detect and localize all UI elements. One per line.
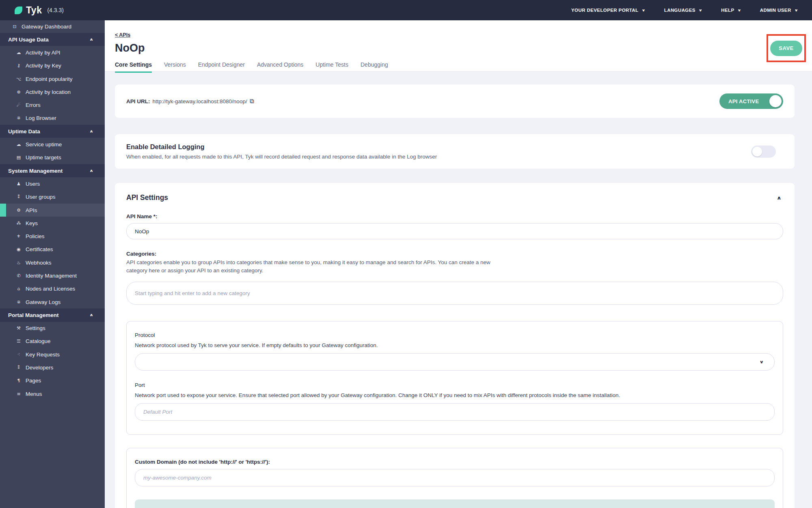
api-settings-card: API Settings ∧ API Name *: Categories: A…: [115, 183, 795, 508]
port-input[interactable]: [135, 403, 775, 421]
sidebar-section-system-management[interactable]: System Management ∧: [0, 164, 105, 177]
bug-icon: ※: [15, 300, 22, 305]
sidebar: ⊡ Gateway Dashboard API Usage Data ∧ ☁ A…: [0, 20, 105, 508]
sidebar-item-portal-settings[interactable]: ⚒ Settings: [0, 322, 105, 335]
api-active-toggle[interactable]: API ACTIVE: [719, 93, 783, 109]
chevron-up-icon: ∧: [89, 37, 93, 42]
bomb-icon: ☄: [15, 102, 22, 108]
sidebar-section-portal-management[interactable]: Portal Management ∧: [0, 308, 105, 321]
sidebar-item-nodes-and-licenses[interactable]: ⌂ Nodes and Licenses: [0, 282, 105, 295]
sidebar-item-certificates[interactable]: ◉ Certificates: [0, 243, 105, 256]
user-group-icon: ⁑: [15, 365, 22, 370]
nav-help[interactable]: HELP ∨: [721, 8, 741, 13]
sidebar-item-activity-by-api[interactable]: ☁ Activity by API: [0, 46, 105, 59]
user-icon: ♟: [15, 181, 22, 187]
sidebar-item-apis[interactable]: ⚙ APIs: [0, 204, 105, 217]
tab-versions[interactable]: Versions: [164, 61, 186, 73]
sidebar-item-errors[interactable]: ☄ Errors: [0, 98, 105, 111]
sidebar-item-endpoint-popularity[interactable]: ⌥ Endpoint popularity: [0, 72, 105, 85]
chevron-down-icon: ∨: [759, 359, 766, 364]
save-button[interactable]: SAVE: [770, 41, 802, 56]
sidebar-item-log-browser[interactable]: ※ Log Browser: [0, 112, 105, 125]
globe-icon: ⊕: [15, 89, 22, 95]
chevron-up-icon: ∧: [89, 313, 93, 317]
sidebar-item-user-groups[interactable]: ⁑ User groups: [0, 191, 105, 204]
tab-bar: Core Settings Versions Endpoint Designer…: [115, 61, 812, 73]
copy-icon[interactable]: ⧉: [250, 98, 254, 105]
sidebar-section-uptime-data[interactable]: Uptime Data ∧: [0, 125, 105, 138]
protocol-description: Network protocol used by Tyk to serve yo…: [135, 342, 775, 348]
api-url-card: API URL: http://tyk-gateway.localhost:80…: [115, 85, 795, 118]
custom-domain-input[interactable]: [135, 469, 775, 486]
page-title: NoOp: [115, 42, 812, 54]
sidebar-item-activity-by-location[interactable]: ⊕ Activity by location: [0, 85, 105, 98]
topbar: Tyk (4.3.3) YOUR DEVELOPER PORTAL ∨ LANG…: [0, 0, 812, 20]
custom-domain-label: Custom Domain (do not include 'http://' …: [135, 459, 775, 465]
api-name-input[interactable]: [126, 223, 783, 239]
sidebar-item-identity-management[interactable]: ✆ Identity Management: [0, 269, 105, 282]
protocol-label: Protocol: [135, 332, 775, 338]
sidebar-item-policies[interactable]: ⚜ Policies: [0, 230, 105, 243]
detailed-logging-toggle[interactable]: [751, 145, 776, 158]
sidebar-item-keys[interactable]: ⁂ Keys: [0, 217, 105, 230]
api-url-label: API URL:: [126, 98, 150, 104]
protocol-select[interactable]: ∨: [135, 353, 775, 371]
wrench-icon: ⚒: [15, 326, 22, 331]
main-content: < APIs NoOp Core Settings Versions Endpo…: [105, 20, 812, 508]
sidebar-item-webhooks[interactable]: ♨ Webhooks: [0, 256, 105, 269]
sidebar-item-activity-by-key[interactable]: ⚷ Activity by Key: [0, 59, 105, 72]
tab-advanced-options[interactable]: Advanced Options: [257, 61, 303, 73]
nav-developer-portal[interactable]: YOUR DEVELOPER PORTAL ∨: [571, 8, 646, 13]
version-label: (4.3.3): [47, 7, 63, 13]
chevron-down-icon: ∨: [699, 8, 702, 12]
nav-admin-user[interactable]: ADMIN USER ∨: [760, 8, 798, 13]
domain-info-note: Multiple APIs can share the same domain,…: [135, 499, 775, 508]
categories-input[interactable]: [126, 282, 783, 305]
tab-uptime-tests[interactable]: Uptime Tests: [315, 61, 348, 73]
list-icon: ☰: [15, 339, 22, 344]
paw-icon: ⁖: [15, 352, 22, 357]
chevron-down-icon: ∨: [641, 8, 645, 12]
detailed-logging-card: Enable Detailed Logging When enabled, fo…: [115, 134, 795, 169]
protocol-port-group: Protocol Network protocol used by Tyk to…: [126, 321, 783, 435]
sidebar-item-menus[interactable]: ≡ Menus: [0, 387, 105, 400]
sidebar-item-service-uptime[interactable]: ☁ Service uptime: [0, 138, 105, 151]
sidebar-item-key-requests[interactable]: ⁖ Key Requests: [0, 348, 105, 361]
content-area: API URL: http://tyk-gateway.localhost:80…: [105, 72, 812, 508]
monitor-icon: ⊡: [11, 24, 18, 29]
annotation-highlight-box: SAVE: [767, 34, 806, 62]
bell-icon: ♨: [15, 260, 22, 265]
brand-name: Tyk: [26, 5, 42, 16]
port-description: Network port used to expose your service…: [135, 392, 775, 398]
network-icon: ⁂: [15, 221, 22, 226]
collapse-section-icon[interactable]: ∧: [777, 195, 783, 200]
tab-core-settings[interactable]: Core Settings: [115, 61, 152, 73]
breadcrumb-apis-link[interactable]: < APIs: [115, 32, 130, 38]
chevron-down-icon: ∨: [795, 8, 798, 12]
sidebar-section-api-usage-data[interactable]: API Usage Data ∧: [0, 33, 105, 46]
sidebar-item-gateway-logs[interactable]: ※ Gateway Logs: [0, 295, 105, 308]
api-settings-title: API Settings: [126, 193, 168, 202]
tab-endpoint-designer[interactable]: Endpoint Designer: [198, 61, 245, 73]
nav-languages[interactable]: LANGUAGES ∨: [664, 8, 702, 13]
chevron-up-icon: ∧: [89, 129, 93, 134]
sidebar-item-uptime-targets[interactable]: ▤ Uptime targets: [0, 151, 105, 164]
categories-label: Categories:: [126, 251, 783, 257]
sidebar-item-developers[interactable]: ⁑ Developers: [0, 361, 105, 374]
chevron-up-icon: ∧: [89, 169, 93, 173]
sidebar-item-gateway-dashboard[interactable]: ⊡ Gateway Dashboard: [0, 20, 105, 33]
certificate-icon: ◉: [15, 247, 22, 252]
tyk-logo[interactable]: Tyk (4.3.3): [0, 5, 64, 16]
bank-icon: ⌂: [15, 286, 22, 291]
detailed-logging-description: When enabled, for all requests made to t…: [126, 154, 437, 160]
user-group-icon: ⁑: [15, 194, 22, 200]
sidebar-item-pages[interactable]: ¶ Pages: [0, 374, 105, 387]
sidebar-item-users[interactable]: ♟ Users: [0, 177, 105, 190]
sidebar-item-catalogue[interactable]: ☰ Catalogue: [0, 335, 105, 348]
api-url-value: http://tyk-gateway.localhost:8080/noop/: [153, 98, 247, 104]
categories-description: API categories enable you to group APIs …: [126, 258, 508, 275]
top-navigation: YOUR DEVELOPER PORTAL ∨ LANGUAGES ∨ HELP…: [571, 8, 812, 13]
bug-icon: ※: [15, 115, 22, 121]
tab-debugging[interactable]: Debugging: [361, 61, 388, 73]
cloud-icon: ☁: [15, 50, 22, 55]
